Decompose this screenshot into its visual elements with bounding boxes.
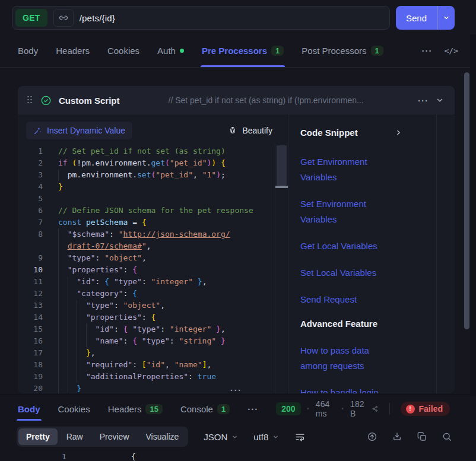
editor-scrollbar-thumb[interactable]	[277, 145, 287, 186]
response-body-preview[interactable]: 1 {	[0, 451, 476, 460]
tab-body[interactable]: Body	[18, 395, 40, 422]
line-number: 2	[21, 157, 43, 169]
tab-cookies[interactable]: Cookies	[58, 395, 90, 422]
code-token: "	[119, 230, 123, 239]
tab-cookies[interactable]: Cookies	[107, 34, 139, 67]
indent-guide	[77, 323, 86, 335]
code-token: if	[58, 158, 68, 167]
check-circle-icon[interactable]	[40, 95, 52, 106]
url-bar: GET /pets/{id}	[12, 6, 390, 30]
code-snippet-label: Code Snippet	[300, 128, 358, 138]
magic-wand-icon	[33, 126, 42, 135]
code-token: "category"	[77, 289, 123, 298]
encoding-dropdown[interactable]: utf8	[253, 432, 279, 442]
code-token: :	[123, 265, 133, 274]
editor-scrollbar[interactable]	[275, 144, 288, 393]
code-text: "category": {	[58, 289, 137, 298]
word-wrap-icon[interactable]	[294, 431, 306, 443]
validation-result-badge[interactable]: ! Failed	[401, 402, 450, 416]
code-text: "type": "object",	[58, 253, 147, 262]
code-token	[216, 336, 221, 345]
doc-link-how-to-handle-login[interactable]: How to handle login	[300, 385, 395, 393]
page-edge-strip	[470, 34, 476, 396]
snippet-link-get-local-variables[interactable]: Get Local Variables	[300, 239, 395, 254]
indent-guide	[68, 347, 77, 359]
response-more-button[interactable]: ···	[247, 404, 258, 414]
page-scrollbar-thumb[interactable]	[464, 72, 469, 329]
snippet-link-get-environment-variables[interactable]: Get Environment Variables	[300, 154, 395, 185]
beautify-button[interactable]: Beautify	[228, 126, 272, 135]
code-token: ,	[91, 348, 96, 357]
code-token: :	[114, 301, 123, 310]
script-title: Custom Script	[59, 96, 120, 106]
snippet-link-set-environment-variables[interactable]: Set Environment Variables	[300, 196, 395, 227]
tab-headers[interactable]: Headers	[56, 34, 90, 67]
send-button[interactable]: Send	[396, 6, 437, 30]
line-number: 10	[21, 264, 43, 276]
doc-link-how-to-pass-data-among-requests[interactable]: How to pass data among requests	[300, 343, 395, 374]
url-input[interactable]: /pets/{id}	[80, 13, 115, 23]
request-bar: GET /pets/{id} Send	[0, 0, 476, 34]
code-token	[211, 325, 216, 333]
code-token: }	[58, 182, 63, 191]
collapse-chevron-icon[interactable]	[436, 96, 444, 104]
snippet-link-send-request[interactable]: Send Request	[300, 292, 395, 307]
code-token: "pet_id"	[170, 158, 207, 167]
code-token	[193, 277, 198, 286]
code-token: "name"	[96, 336, 123, 345]
indent-guide	[58, 252, 68, 264]
method-selector[interactable]: GET	[15, 9, 47, 27]
format-dropdown[interactable]: JSON	[204, 432, 238, 442]
custom-script-panel: Custom Script // Set pet_id if not set (…	[18, 86, 455, 393]
view-mode-visualize[interactable]: Visualize	[138, 428, 187, 445]
failed-label: Failed	[419, 404, 443, 414]
tab-console[interactable]: Console1	[180, 395, 230, 422]
copy-icon[interactable]	[417, 431, 427, 442]
code-token: "object"	[123, 301, 161, 310]
link-button[interactable]	[53, 9, 74, 27]
panel-resize-handle[interactable]: ···	[230, 386, 242, 395]
search-icon[interactable]	[442, 431, 452, 442]
more-tabs-button[interactable]: ···	[422, 46, 433, 56]
tab-body[interactable]: Body	[18, 34, 38, 67]
indent-guide	[58, 264, 68, 276]
code-token: "name"	[174, 360, 202, 369]
indent-guide	[77, 359, 86, 371]
send-options-button[interactable]	[437, 6, 455, 30]
code-token: :	[114, 325, 123, 333]
response-toolbar: PrettyRawPreviewVisualize JSON utf8	[0, 422, 476, 451]
snippet-link-set-local-variables[interactable]: Set Local Variables	[300, 265, 395, 281]
code-snippet-heading[interactable]: Code Snippet	[300, 128, 402, 138]
script-preview: // Set pet_id if not set (as string) if …	[169, 96, 411, 105]
indent-guide	[68, 383, 77, 393]
tab-auth[interactable]: Auth	[157, 34, 184, 67]
response-tabs: BodyCookiesHeaders15Console1 ··· 200 · 4…	[0, 395, 476, 422]
code-view-icon[interactable]: </>	[445, 46, 458, 55]
code-text: }	[58, 384, 81, 393]
download-icon[interactable]	[392, 431, 402, 442]
drag-handle-icon[interactable]	[27, 96, 33, 105]
tab-headers[interactable]: Headers15	[108, 395, 163, 422]
code-editor-content[interactable]: 1// Set pet_id if not set (as string)2if…	[18, 144, 288, 393]
tab-post-processors[interactable]: Post Processors1	[302, 34, 383, 67]
view-mode-pretty[interactable]: Pretty	[18, 428, 58, 445]
indent-guide	[68, 288, 77, 300]
tab-label: Headers	[108, 404, 142, 414]
insert-dynamic-value-button[interactable]: Insert Dynamic Value	[26, 122, 132, 139]
code-token: (	[165, 158, 170, 167]
tab-pre-processors[interactable]: Pre Processors1	[202, 34, 284, 67]
indent-guide	[86, 323, 96, 335]
code-token: ,	[207, 360, 211, 369]
view-mode-raw[interactable]: Raw	[59, 428, 91, 445]
script-menu-button[interactable]: ···	[418, 96, 429, 106]
code-token: ,	[165, 360, 174, 369]
share-icon[interactable]	[372, 404, 378, 414]
line-number: 7	[21, 217, 43, 228]
tab-count-badge: 1	[271, 46, 284, 56]
circle-arrow-up-icon[interactable]	[367, 431, 377, 442]
code-token: :	[96, 277, 105, 286]
view-mode-preview[interactable]: Preview	[92, 428, 137, 445]
tab-label: Pre Processors	[202, 46, 267, 56]
code-token: :	[160, 325, 170, 333]
encoding-value: utf8	[253, 432, 268, 442]
